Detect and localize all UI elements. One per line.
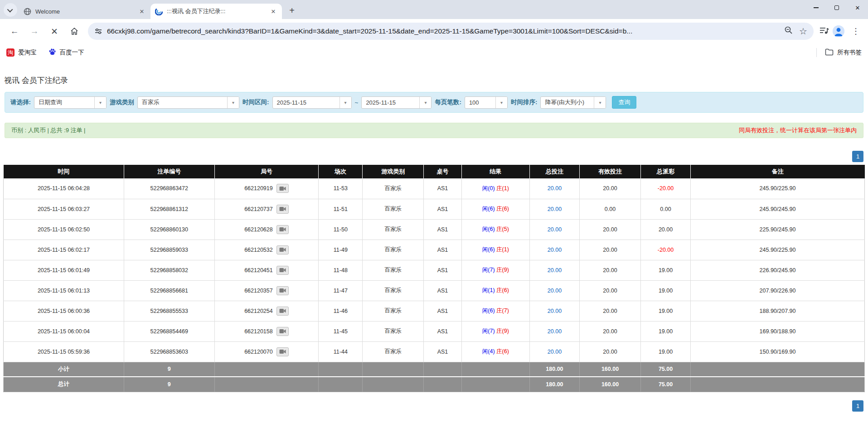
new-tab-button[interactable]: + [286, 4, 298, 17]
minimize-button[interactable] [805, 0, 826, 15]
per-page-select[interactable]: 100 ▾ [465, 96, 508, 109]
media-controls-icon[interactable] [819, 26, 829, 37]
stop-loading-button[interactable]: ✕ [46, 23, 63, 40]
total-bet-link[interactable]: 20.00 [548, 288, 562, 294]
sort-select[interactable]: 降幂(由大到小) ▾ [540, 96, 606, 109]
game-kind-select[interactable]: 百家乐 ▾ [137, 96, 239, 109]
cell-table-no: AS1 [424, 341, 462, 362]
video-replay-button[interactable] [276, 347, 289, 356]
result-player: 闲(1) [482, 287, 495, 293]
cell-table-no: AS1 [424, 240, 462, 260]
back-button[interactable]: ← [6, 23, 23, 40]
cell-valid-bet: 20.00 [580, 260, 641, 280]
browser-menu-icon[interactable]: ⋮ [848, 26, 863, 36]
total-bet-link[interactable]: 20.00 [548, 267, 562, 273]
cell-round-id: 662120532 [214, 240, 319, 260]
result-banker: 庄(7) [496, 307, 509, 314]
close-icon[interactable]: ✕ [269, 7, 277, 15]
cell-total-bet: 20.00 [529, 301, 579, 321]
filter-panel: 请选择: 日期查询 ▾ 游戏类别 百家乐 ▾ 时间区间: 2025-11-15 … [5, 92, 863, 113]
cell-time: 2025-11-15 06:04:28 [4, 178, 124, 199]
total-bet-link[interactable]: 20.00 [548, 185, 562, 192]
per-page-label: 每页笔数: [435, 98, 461, 106]
chevron-down-icon: ▾ [94, 97, 106, 108]
table-header-row: 时间注单编号局号场次游戏类别桌号结果总投注有效投注总派彩备注 [4, 165, 865, 178]
cell-game-kind: 百家乐 [363, 178, 424, 199]
close-window-button[interactable]: ✕ [847, 0, 868, 15]
bookmark-baidu[interactable]: 百度一下 [48, 48, 84, 57]
url-bar[interactable]: 66cxkj98.com/game/betrecord_search/kind3… [88, 23, 814, 40]
tab-betrecord[interactable]: :::视讯 会员下注纪录::: ✕ [150, 4, 282, 19]
total-bet-link[interactable]: 20.00 [548, 328, 562, 335]
cell-payout: 0.00 [640, 199, 690, 219]
tab-title: Welcome [35, 8, 138, 15]
video-replay-button[interactable] [276, 307, 289, 316]
camera-icon [279, 186, 286, 191]
column-header: 备注 [691, 165, 865, 178]
result-banker: 庄(6) [496, 348, 509, 355]
result-banker: 庄(9) [496, 328, 509, 334]
zoom-icon[interactable] [784, 26, 793, 37]
tab-welcome[interactable]: Welcome ✕ [19, 4, 150, 19]
cell-payout: 19.00 [640, 260, 690, 280]
cell-table-no: AS1 [424, 301, 462, 321]
cell-session: 11-48 [319, 260, 363, 280]
profile-avatar[interactable] [833, 25, 844, 37]
total-bet-link[interactable]: 20.00 [548, 308, 562, 314]
table-row: 2025-11-15 06:04:28 522968863472 6621209… [4, 178, 865, 199]
page-1-button[interactable]: 1 [852, 400, 863, 412]
table-row: 2025-11-15 06:01:13 522968856681 6621203… [4, 280, 865, 301]
cell-round-id: 662120451 [214, 260, 319, 280]
cell-game-kind: 百家乐 [363, 240, 424, 260]
cell-table-no: AS1 [424, 219, 462, 240]
cell-bet-id: 522968856681 [124, 280, 215, 301]
bookmark-label: 百度一下 [60, 48, 84, 57]
page-content: 视讯 会员下注纪录 请选择: 日期查询 ▾ 游戏类别 百家乐 ▾ 时间区间: 2… [0, 62, 868, 427]
result-banker: 庄(9) [496, 267, 509, 273]
camera-icon [279, 227, 286, 232]
url-text[interactable]: 66cxkj98.com/game/betrecord_search/kind3… [107, 27, 784, 35]
cell-payout: 19.00 [640, 321, 690, 341]
column-header: 局号 [214, 165, 319, 178]
cell-remark: 245.90/245.90 [691, 199, 865, 219]
date-end-select[interactable]: 2025-11-15 ▾ [361, 96, 432, 109]
tab-search-button[interactable] [4, 3, 17, 17]
video-replay-button[interactable] [276, 266, 289, 275]
table-row: 2025-11-15 06:00:36 522968855533 6621202… [4, 301, 865, 321]
bookmark-taobao[interactable]: 淘 爱淘宝 [6, 48, 37, 57]
cell-session: 11-45 [319, 321, 363, 341]
date-range-tilde: ~ [355, 99, 359, 106]
total-bet-link[interactable]: 20.00 [548, 226, 562, 233]
total-bet-link[interactable]: 20.00 [548, 247, 562, 253]
maximize-button[interactable] [826, 0, 847, 15]
date-start-select[interactable]: 2025-11-15 ▾ [272, 96, 352, 109]
video-replay-button[interactable] [276, 327, 289, 336]
video-replay-button[interactable] [276, 286, 289, 295]
site-info-icon[interactable] [94, 27, 102, 35]
camera-icon [279, 349, 286, 354]
browser-toolbar: ← → ✕ 66cxkj98.com/game/betrecord_search… [0, 19, 868, 43]
cell-time: 2025-11-15 06:02:17 [4, 240, 124, 260]
summary-bar: 币别 : 人民币 | 总共 :9 注单 | 同局有效投注，统一计算在该局第一张注… [5, 123, 863, 138]
globe-icon [24, 8, 31, 15]
video-replay-button[interactable] [276, 205, 289, 214]
cell-payout: 19.00 [640, 341, 690, 362]
search-button[interactable]: 查询 [612, 96, 636, 109]
cell-game-kind: 百家乐 [363, 199, 424, 219]
all-bookmarks-label[interactable]: 所有书签 [837, 48, 862, 57]
forward-button[interactable]: → [26, 23, 43, 40]
cell-valid-bet: 20.00 [580, 341, 641, 362]
window-controls: ✕ [805, 0, 868, 15]
page-1-button[interactable]: 1 [852, 151, 863, 162]
home-button[interactable] [66, 23, 83, 40]
bookmark-star-icon[interactable]: ☆ [799, 26, 807, 37]
video-replay-button[interactable] [276, 184, 289, 193]
video-replay-button[interactable] [276, 225, 289, 234]
total-bet-link[interactable]: 20.00 [548, 349, 562, 355]
query-type-select[interactable]: 日期查询 ▾ [34, 96, 107, 109]
chevron-down-icon: ▾ [419, 97, 431, 108]
total-bet-link[interactable]: 20.00 [548, 206, 562, 212]
video-replay-button[interactable] [276, 245, 289, 254]
cell-total-bet: 20.00 [529, 341, 579, 362]
close-icon[interactable]: ✕ [138, 7, 146, 15]
